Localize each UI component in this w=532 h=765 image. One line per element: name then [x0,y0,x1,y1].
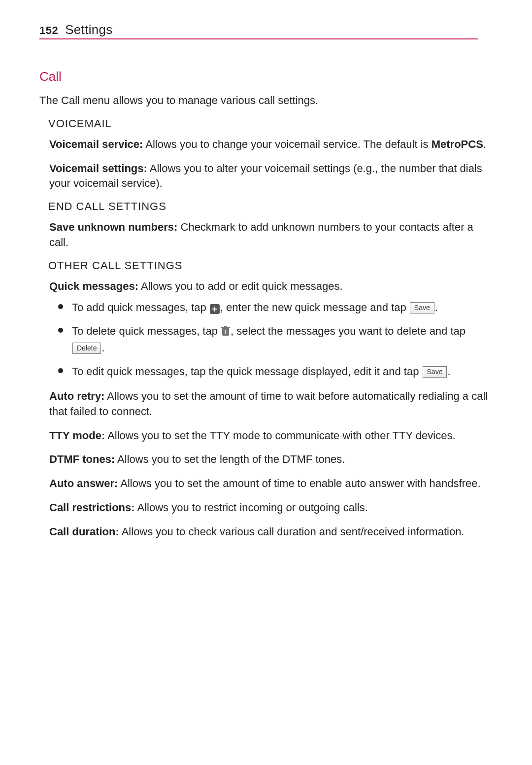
voicemail-service-para: Voicemail service: Allows you to change … [49,137,493,152]
section-intro: The Call menu allows you to manage vario… [39,93,493,108]
bullet-edit-b: . [447,365,450,378]
plus-icon: + [210,304,220,314]
section-title-call: Call [39,69,493,84]
dtmf-para: DTMF tones: Allows you to set the length… [49,452,493,467]
call-duration-label: Call duration: [49,525,119,538]
page-title: Settings [65,22,112,37]
voicemail-heading: VOICEMAIL [48,117,493,130]
bullet-delete-a: To delete quick messages, tap [72,325,221,337]
quick-messages-text: Allows you to add or edit quick messages… [138,280,343,292]
bullet-add-b: , enter the new quick message and tap [220,301,409,313]
call-restrictions-para: Call restrictions: Allows you to restric… [49,500,493,516]
voicemail-service-text-b: . [483,138,486,150]
bullet-edit: To edit quick messages, tap the quick me… [58,363,493,380]
call-duration-para: Call duration: Allows you to check vario… [49,524,493,540]
page-number: 152 [39,24,58,37]
save-unknown-para: Save unknown numbers: Checkmark to add u… [49,220,493,250]
tty-text: Allows you to set the TTY mode to commun… [105,429,455,442]
bullet-delete-c: . [101,342,104,354]
voicemail-service-label: Voicemail service: [49,138,143,150]
quick-messages-label: Quick messages: [49,280,138,292]
bullet-add-c: . [435,301,438,313]
voicemail-settings-label: Voicemail settings: [49,162,147,174]
dtmf-label: DTMF tones: [49,453,115,465]
auto-answer-text: Allows you to set the amount of time to … [118,477,480,489]
auto-retry-label: Auto retry: [49,390,104,402]
save-button-inline-2: Save [423,366,447,378]
quick-messages-para: Quick messages: Allows you to add or edi… [49,279,493,294]
auto-answer-para: Auto answer: Allows you to set the amoun… [49,476,493,491]
delete-button-inline: Delete [72,343,101,354]
call-duration-text: Allows you to check various call duratio… [119,525,465,538]
other-heading: OTHER CALL SETTINGS [48,259,493,272]
page-header: 152 Settings [39,22,478,39]
trash-icon [221,326,230,336]
save-button-inline-1: Save [410,302,434,313]
auto-retry-text: Allows you to set the amount of time to … [49,390,488,417]
call-restrictions-text: Allows you to restrict incoming or outgo… [135,501,368,514]
bullet-add: To add quick messages, tap +, enter the … [58,299,493,316]
tty-para: TTY mode: Allows you to set the TTY mode… [49,428,493,444]
save-unknown-label: Save unknown numbers: [49,221,177,233]
call-restrictions-label: Call restrictions: [49,501,135,514]
voicemail-service-text-a: Allows you to change your voicemail serv… [143,138,431,150]
voicemail-settings-para: Voicemail settings: Allows you to alter … [49,161,493,192]
manual-page: 152 Settings Call The Call menu allows y… [0,0,532,578]
voicemail-service-default: MetroPCS [432,138,483,150]
tty-label: TTY mode: [49,429,105,442]
auto-answer-label: Auto answer: [49,477,118,489]
bullet-delete-b: , select the messages you want to delete… [231,325,466,337]
bullet-delete: To delete quick messages, tap , select t… [58,323,493,356]
auto-retry-para: Auto retry: Allows you to set the amount… [49,389,493,419]
bullet-edit-a: To edit quick messages, tap the quick me… [72,365,422,378]
quick-messages-bullets: To add quick messages, tap +, enter the … [58,299,493,380]
dtmf-text: Allows you to set the length of the DTMF… [115,453,345,465]
bullet-add-a: To add quick messages, tap [72,301,209,313]
endcall-heading: END CALL SETTINGS [48,200,493,213]
